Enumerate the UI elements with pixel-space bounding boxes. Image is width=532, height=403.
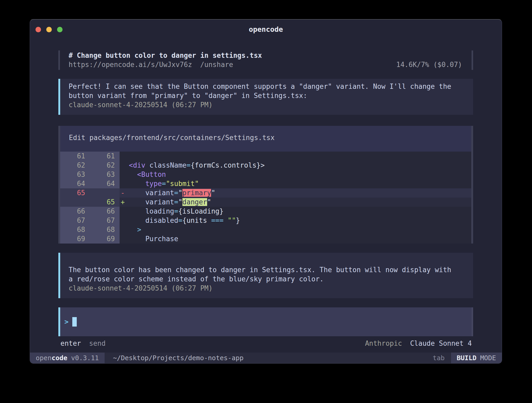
diff-row: 6767 disabled={units === ""} [60,216,471,225]
new-line-number: 69 [90,234,120,244]
old-line-number: 66 [60,207,90,216]
opencode-window: opencode # Change button color to danger… [30,19,502,364]
edit-tool-panel: Edit packages/frontend/src/containers/Se… [58,126,473,244]
diff-code-line [120,152,471,161]
app-version-chip: opencode v0.3.11 [30,353,105,363]
mode-build-label: BUILD [457,354,477,362]
old-line-number: 69 [60,234,90,244]
mode-mode-label: MODE [480,354,496,362]
diff-row: 6464 type="submit" [60,179,471,188]
addition-marker: + [121,198,125,206]
diff-code-line: - variant="primary" [120,188,471,198]
app-name-code: code [52,354,67,362]
tab-key-hint: tab [433,354,444,362]
diff-code-line: Purchase [120,234,471,244]
new-line-number: 64 [90,179,120,188]
diff-code-line: > [120,225,471,234]
text-cursor [72,317,77,327]
message-model-meta: claude-sonnet-4-20250514 (06:27 PM) [69,100,465,110]
message-text: The button color has been changed to dan… [69,265,455,284]
new-line-number: 68 [90,225,120,234]
new-line-number [90,188,120,198]
diff-code-line: loading={isLoading} [120,207,471,216]
diff-code-line: disabled={units === ""} [120,216,471,225]
message-model-meta: claude-sonnet-4-20250514 (06:27 PM) [69,284,465,293]
diff-row: 65+ variant="danger" [60,198,471,207]
edit-tool-title: Edit packages/frontend/src/containers/Se… [60,126,471,142]
deletion-marker: - [121,189,125,197]
session-header: # Change button color to danger in setti… [58,50,473,70]
diff-row: 6666 loading={isLoading} [60,207,471,216]
unshare-command: /unshare [200,60,233,69]
old-line-number: 68 [60,225,90,234]
prompt-input[interactable]: > [58,307,473,336]
new-line-number: 65 [90,198,120,207]
status-bar: opencode v0.3.11 ~/Desktop/Projects/demo… [30,353,502,363]
assistant-message: Perfect! I can see that the Button compo… [58,79,473,115]
old-line-number: 61 [60,152,90,161]
assistant-message: The button color has been changed to dan… [58,253,473,298]
prompt-chevron: > [64,318,69,326]
diff-code-line: <Button [120,170,471,179]
diff-row: 6262 <div className={formCs.controls}> [60,161,471,170]
new-line-number: 66 [90,207,120,216]
app-name-open: open [36,354,52,362]
diff-row: 65- variant="primary" [60,188,471,198]
hint-row: enter send Anthropic Claude Sonnet 4 [58,339,473,348]
provider-label: Anthropic [365,339,402,347]
diff-code-line: type="submit" [120,179,471,188]
old-line-number: 64 [60,179,90,188]
message-text: Perfect! I can see that the Button compo… [69,82,455,100]
token-usage: 14.6K/7% ($0.07) [396,60,472,69]
share-url-link[interactable]: https://opencode.ai/s/UwJxv76z [69,60,192,69]
old-line-number: 65 [60,188,90,198]
working-directory: ~/Desktop/Projects/demo-notes-app [113,354,244,362]
diff-row: 6161 [60,152,471,161]
enter-key-hint: enter [60,339,81,347]
old-line-number [60,198,90,207]
old-line-number: 63 [60,170,90,179]
send-action-hint: send [89,339,106,347]
new-line-number: 67 [90,216,120,225]
app-version: v0.3.11 [71,354,99,362]
diff-code-line: + variant="danger" [120,198,471,207]
diff-row: 6969 Purchase [60,234,471,244]
session-title: # Change button color to danger in setti… [69,51,262,59]
diff-row: 6868 > [60,225,471,234]
new-line-number: 61 [90,152,120,161]
diff-code-line: <div className={formCs.controls}> [120,161,471,170]
new-line-number: 62 [90,161,120,170]
mode-chip: BUILD MODE [451,353,502,363]
diff-view: 61616262 <div className={formCs.controls… [60,152,471,244]
old-line-number: 67 [60,216,90,225]
diff-row: 6363 <Button [60,170,471,179]
model-label: Claude Sonnet 4 [410,339,472,347]
new-line-number: 63 [90,170,120,179]
old-line-number: 62 [60,161,90,170]
